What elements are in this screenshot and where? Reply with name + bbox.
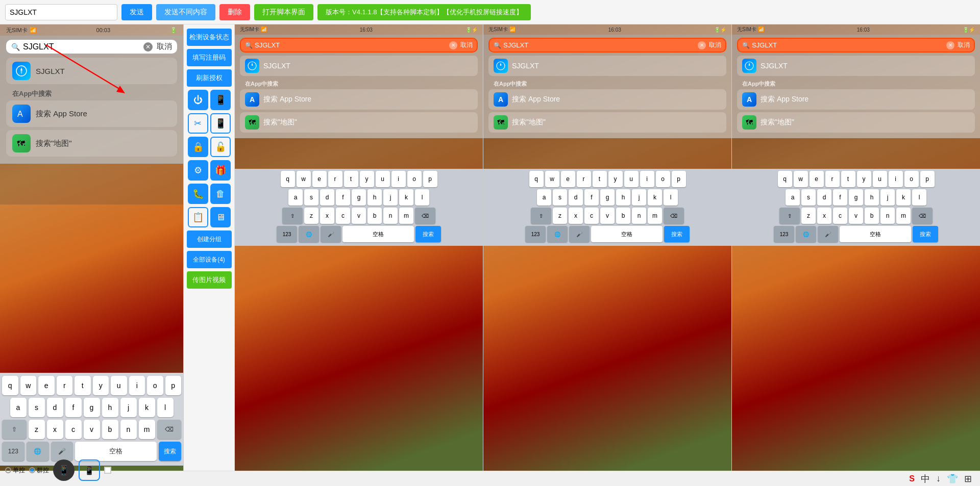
device-safari-result-016[interactable]: SJGLXT xyxy=(488,56,726,76)
d013-key-l[interactable]: l xyxy=(415,189,429,206)
device-appstore-result-012[interactable]: A 搜索 App Store xyxy=(737,89,975,110)
d012-key-search[interactable]: 搜索 xyxy=(913,226,938,242)
device-outline-icon[interactable]: 📱 xyxy=(210,113,231,134)
d013-key-shift[interactable]: ⇧ xyxy=(282,208,303,224)
d013-key-j[interactable]: j xyxy=(383,189,398,206)
d013-key-y[interactable]: y xyxy=(360,171,374,187)
key-d[interactable]: d xyxy=(47,398,63,417)
d013-key-t[interactable]: t xyxy=(344,171,358,187)
d016-key-shift[interactable]: ⇧ xyxy=(531,208,551,224)
clear-button[interactable]: ✕ xyxy=(143,42,153,52)
transfer-btn[interactable]: 传图片视频 xyxy=(187,271,232,289)
open-script-button[interactable]: 打开脚本界面 xyxy=(254,4,313,20)
device-appstore-result-013[interactable]: A 搜索 App Store xyxy=(240,89,478,110)
d013-key-r[interactable]: r xyxy=(328,171,342,187)
d016-key-l[interactable]: l xyxy=(664,189,678,206)
device-icon-button[interactable]: 📱 xyxy=(79,459,100,481)
key-space[interactable]: 空格 xyxy=(75,442,157,461)
d016-key-x[interactable]: x xyxy=(569,208,583,224)
d012-key-x[interactable]: x xyxy=(817,208,831,224)
d012-key-c[interactable]: c xyxy=(833,208,847,224)
d013-key-u[interactable]: u xyxy=(376,171,390,187)
key-g[interactable]: g xyxy=(84,398,100,417)
d016-key-m[interactable]: m xyxy=(648,208,662,224)
group-mode-btn[interactable]: 群控 xyxy=(29,466,49,475)
d013-key-space[interactable]: 空格 xyxy=(342,226,414,242)
power-icon[interactable]: ⏻ xyxy=(188,90,208,110)
device-search-bar-016[interactable]: 🔍 ✕ 取消 xyxy=(488,38,726,53)
d016-key-h[interactable]: h xyxy=(616,189,630,206)
d012-key-globe[interactable]: 🌐 xyxy=(796,226,816,242)
cancel-button[interactable]: 取消 xyxy=(157,42,172,52)
d012-key-b[interactable]: b xyxy=(865,208,879,224)
search-input[interactable]: SJGLXT xyxy=(5,4,117,20)
d016-key-t[interactable]: t xyxy=(593,171,607,187)
key-c[interactable]: c xyxy=(65,420,82,439)
appstore-result[interactable]: A 搜索 App Store xyxy=(6,100,177,127)
key-m[interactable]: m xyxy=(139,420,155,439)
d013-key-123[interactable]: 123 xyxy=(277,226,297,242)
key-h[interactable]: h xyxy=(102,398,118,417)
key-v[interactable]: v xyxy=(84,420,100,439)
all-devices-btn[interactable]: 全部设备(4) xyxy=(187,251,232,268)
settings-icon[interactable]: ⚙ xyxy=(188,160,208,181)
key-a[interactable]: a xyxy=(10,398,27,417)
device-search-input-016[interactable] xyxy=(503,41,698,49)
trash-icon[interactable]: 🗑 xyxy=(210,184,231,204)
tablet-icon[interactable]: 📱 xyxy=(210,90,231,110)
device-search-bar-013[interactable]: 🔍 ✕ 取消 xyxy=(240,38,478,53)
key-w[interactable]: w xyxy=(20,376,37,395)
d013-key-q[interactable]: q xyxy=(281,171,295,187)
fill-register-btn[interactable]: 填写注册码 xyxy=(187,49,232,66)
d013-key-mic[interactable]: 🎤 xyxy=(321,226,341,242)
key-backspace[interactable]: ⌫ xyxy=(157,420,182,439)
d016-key-q[interactable]: q xyxy=(529,171,544,187)
d013-key-h[interactable]: h xyxy=(368,189,382,206)
d016-key-g[interactable]: g xyxy=(600,189,615,206)
d016-key-search[interactable]: 搜索 xyxy=(664,226,690,242)
d013-key-w[interactable]: w xyxy=(297,171,311,187)
d012-key-p[interactable]: p xyxy=(920,171,935,187)
d013-key-c[interactable]: c xyxy=(336,208,350,224)
device-appstore-result-016[interactable]: A 搜索 App Store xyxy=(488,89,726,110)
d012-key-e[interactable]: e xyxy=(810,171,824,187)
d016-key-n[interactable]: n xyxy=(632,208,646,224)
d013-key-x[interactable]: x xyxy=(320,208,334,224)
lock-icon[interactable]: 🔒 xyxy=(188,137,208,157)
footer-lang-icon[interactable]: 中 xyxy=(921,473,930,485)
d016-key-j[interactable]: j xyxy=(632,189,646,206)
key-p[interactable]: p xyxy=(165,376,182,395)
key-l[interactable]: l xyxy=(157,398,174,417)
d012-key-z[interactable]: z xyxy=(801,208,816,224)
group-radio[interactable] xyxy=(29,467,35,473)
d016-key-a[interactable]: a xyxy=(537,189,551,206)
unlock-icon[interactable]: 🔓 xyxy=(210,137,231,157)
device-search-input-013[interactable] xyxy=(255,41,449,49)
screen-icon[interactable]: 🖥 xyxy=(210,207,231,227)
safari-result[interactable]: SJGLXT xyxy=(6,58,177,84)
d013-key-z[interactable]: z xyxy=(304,208,318,224)
d013-key-d[interactable]: d xyxy=(320,189,334,206)
send-different-button[interactable]: 发送不同内容 xyxy=(156,4,215,20)
d016-key-b[interactable]: b xyxy=(616,208,630,224)
phone-icon-button[interactable]: 📱 xyxy=(53,459,75,481)
d013-key-v[interactable]: v xyxy=(352,208,366,224)
key-k[interactable]: k xyxy=(139,398,155,417)
d016-key-s[interactable]: s xyxy=(553,189,567,206)
d012-key-space[interactable]: 空格 xyxy=(840,226,911,242)
d013-key-k[interactable]: k xyxy=(399,189,413,206)
footer-grid-icon[interactable]: ⊞ xyxy=(964,473,972,484)
key-search[interactable]: 搜索 xyxy=(159,442,181,461)
detect-device-btn[interactable]: 检测设备状态 xyxy=(187,29,232,46)
d013-key-g[interactable]: g xyxy=(352,189,366,206)
key-s[interactable]: s xyxy=(29,398,45,417)
d016-key-c[interactable]: c xyxy=(584,208,599,224)
key-e[interactable]: e xyxy=(38,376,55,395)
d013-key-n[interactable]: n xyxy=(383,208,398,224)
d012-key-shift[interactable]: ⇧ xyxy=(779,208,800,224)
d012-key-g[interactable]: g xyxy=(849,189,863,206)
version-button[interactable]: 版本号：V4.1.1.8【支持各种脚本定制】【优化手机投屏链接速度】 xyxy=(317,4,531,20)
d016-key-v[interactable]: v xyxy=(600,208,615,224)
device-cancel-012[interactable]: 取消 xyxy=(958,41,970,49)
maps-result[interactable]: 🗺 搜索"地图" xyxy=(6,130,177,157)
